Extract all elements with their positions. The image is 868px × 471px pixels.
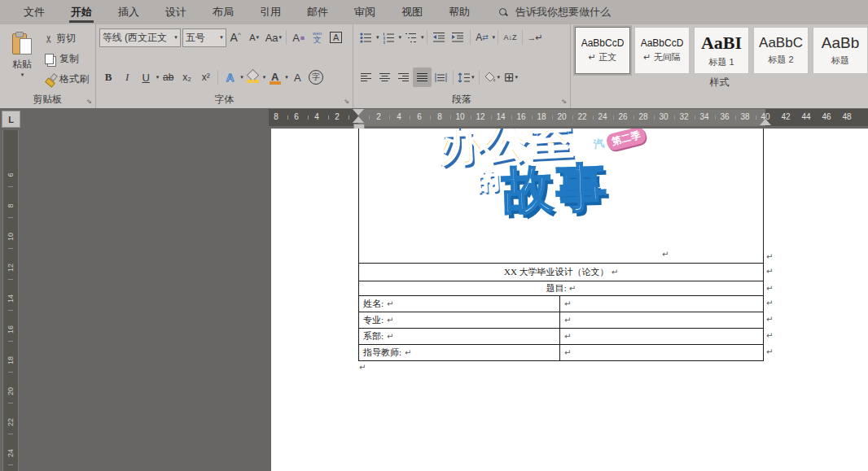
style-chip-标题 1[interactable]: AaBI标题 1 [694,27,749,74]
logo-cell-paragraph-mark: ↵ [662,249,669,259]
change-case-button[interactable]: Aa▾ [264,28,283,47]
superscript-button[interactable]: x² [196,68,215,87]
ruler-tick [715,116,716,120]
grow-font-button[interactable]: A^ [226,28,245,47]
menu-tab-引用[interactable]: 引用 [247,0,294,24]
paragraph-dialog-launcher[interactable]: ⇘ [561,98,567,105]
document-page[interactable]: 办公室 汽 第二季 的 故事 ↵ XX 大学毕业设计（论文） ↵ [271,129,868,471]
logo-word-bottom: 故事 [502,153,612,225]
table-label-cell[interactable]: 指导教师:↵ [358,344,564,360]
text-effects-button[interactable]: A [221,68,239,87]
font-size-combobox[interactable]: 五号 ▾ [182,28,226,47]
bullet-list-button[interactable] [357,28,375,47]
sort-button[interactable]: A↓Z [501,28,519,47]
ruler-number: 18 [7,355,15,366]
style-chip-正文[interactable]: AaBbCcD↵ 正文 [575,27,630,74]
align-center-button[interactable] [375,68,394,87]
justify-button[interactable] [413,68,432,87]
ruler-number: 6 [294,112,299,121]
text-highlight-button[interactable] [243,68,262,87]
bold-button[interactable]: B [99,68,118,87]
table-value-cell[interactable]: ↵ [559,295,768,312]
numbered-list-button[interactable] [379,28,398,47]
vertical-ruler[interactable]: 68101214161820222426 [2,130,19,471]
menu-tab-邮件[interactable]: 邮件 [294,0,341,24]
table-title-cell[interactable]: XX 大学毕业设计（论文） ↵ [358,263,764,281]
font-dialog-launcher[interactable]: ⇘ [344,98,349,105]
increase-indent-button[interactable] [449,28,467,47]
shading-button[interactable]: ▾ [482,68,502,87]
increase-indent-icon [451,32,464,43]
ruler-tick [695,116,695,120]
ruler-tick [349,116,349,120]
clipboard-dialog-launcher[interactable]: ⇘ [86,98,92,105]
tab-stop-selector[interactable]: L [2,111,20,128]
tell-me-search[interactable]: 告诉我你想要做什么 [499,5,611,20]
ruler-tick [654,116,655,120]
menu-tab-视图[interactable]: 视图 [388,0,436,24]
table-label-cell[interactable]: 系部:↵ [358,328,564,344]
shrink-font-button[interactable]: A▾ [245,28,264,47]
line-spacing-button[interactable]: ▾ [456,68,476,87]
table-label-cell[interactable]: 姓名:↵ [358,295,564,312]
multilevel-list-button[interactable] [401,28,420,47]
strikethrough-button[interactable]: ab [159,68,178,87]
font-name-combobox[interactable]: 等线 (西文正文 ▾ [99,28,181,47]
line-spacing-icon [458,72,471,83]
ruler-number: 2 [335,112,340,121]
decrease-indent-button[interactable] [430,28,449,47]
table-label-cell[interactable]: 专业:↵ [358,312,564,328]
asian-layout-button[interactable]: A ⇄ [473,28,492,47]
clear-formatting-button[interactable]: A◆ [289,28,308,47]
end-of-row-mark: ↵ [766,315,773,324]
first-line-indent-marker[interactable] [353,109,364,116]
font-color-button[interactable]: A [265,68,284,87]
subscript-button[interactable]: x₂ [178,68,196,87]
character-shading-button[interactable]: A [288,68,307,87]
italic-button[interactable]: I [118,68,137,87]
table-value-cell[interactable]: ↵ [559,344,768,360]
show-formatting-marks-button[interactable]: →↵ [525,28,544,47]
table-title: XX 大学毕业设计（论文） [504,266,609,278]
hanging-indent-marker[interactable] [353,116,364,123]
menu-tab-文件[interactable]: 文件 [11,0,58,24]
menu-tab-开始[interactable]: 开始 [58,0,105,24]
align-right-button[interactable] [394,68,413,87]
clipboard-group-label: 剪贴板 [33,93,62,107]
paste-button[interactable]: 粘贴 ▾ [3,27,41,91]
ruler-number: 12 [7,262,15,273]
ruler-tick [8,217,13,218]
style-chip-标题[interactable]: AaBb标题 [813,27,868,74]
menu-tab-插入[interactable]: 插入 [105,0,152,24]
ruler-tick [287,116,288,120]
horizontal-ruler[interactable]: 8642246810121416182022242628303234363840… [269,109,868,126]
character-border-button[interactable]: A [327,28,345,47]
table-value-cell[interactable]: ↵ [559,312,768,328]
paint-bucket-icon [484,72,497,83]
ruler-number: 22 [577,112,586,121]
cut-button[interactable]: ✂ 剪切 [42,30,91,47]
underline-button[interactable]: U [137,68,156,87]
ruler-tick [511,116,512,120]
align-center-icon [379,72,391,83]
menu-tab-设计[interactable]: 设计 [152,0,199,24]
borders-button[interactable]: ⊞ ▾ [502,68,520,87]
menu-tab-审阅[interactable]: 审阅 [341,0,388,24]
enclose-characters-button[interactable]: 字 [307,68,326,87]
style-chip-标题 2[interactable]: AaBbC标题 2 [753,27,809,74]
menu-tab-帮助[interactable]: 帮助 [436,0,483,24]
table-subtitle-cell[interactable]: 题目: ↵ [358,281,764,295]
format-painter-button[interactable]: 格式刷 [42,71,91,88]
ruler-tick [633,116,634,120]
distribute-button[interactable] [432,68,450,87]
menu-tab-布局[interactable]: 布局 [199,0,247,24]
align-left-button[interactable] [357,68,375,87]
style-chip-无间隔[interactable]: AaBbCcD↵ 无间隔 [634,27,690,74]
phonetic-guide-button[interactable]: wén 文 [308,28,327,47]
ruler-tick [8,372,13,373]
copy-button[interactable]: 复制 [42,50,91,68]
ruler-number: 24 [7,447,15,459]
numbered-list-icon [383,32,395,44]
table-value-cell[interactable]: ↵ [559,328,768,344]
document-logo-image[interactable]: 办公室 汽 第二季 的 故事 [434,129,670,226]
